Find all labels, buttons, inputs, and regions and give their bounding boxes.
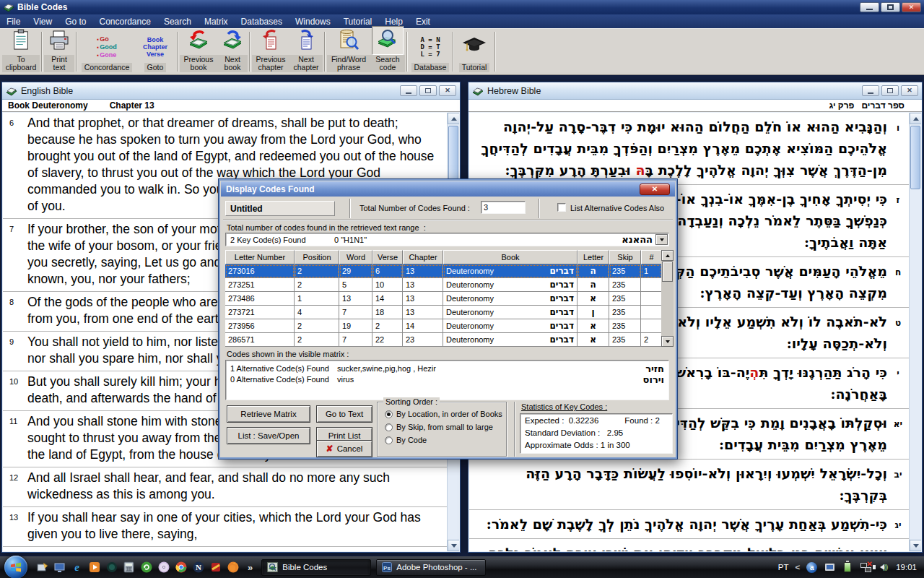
english-bible-titlebar[interactable]: English Bible ✕	[2, 82, 460, 100]
col-number[interactable]: #	[641, 250, 661, 264]
minimize-button[interactable]	[862, 85, 879, 96]
menu-search[interactable]: Search	[157, 17, 198, 27]
close-button[interactable]: ✕	[901, 85, 918, 96]
close-button[interactable]: ✕	[439, 85, 456, 96]
download-manager-icon[interactable]	[209, 561, 222, 574]
total-codes-label: Total Number of Codes Found :	[359, 204, 470, 212]
app-titlebar[interactable]: Bible Codes ✕	[0, 0, 924, 14]
menu-exit[interactable]: Exit	[409, 17, 437, 27]
menu-matrix[interactable]: Matrix	[198, 17, 235, 27]
taskbar-button-photoshop[interactable]: Ps Adobe Photoshop - ...	[376, 559, 486, 576]
menu-concordance[interactable]: Concordance	[93, 17, 157, 27]
menu-databases[interactable]: Databases	[235, 17, 289, 27]
app-minimize-button[interactable]	[860, 2, 879, 12]
col-letter[interactable]: Letter	[578, 250, 609, 264]
chrome-icon[interactable]	[175, 561, 187, 574]
volume-icon[interactable]: )))	[878, 562, 889, 572]
col-word[interactable]: Word	[339, 250, 372, 264]
media-player-icon[interactable]	[88, 561, 100, 574]
print-text-button[interactable]: Print text	[44, 29, 74, 74]
to-clipboard-button[interactable]: To clipboard	[2, 29, 40, 74]
switch-windows-icon[interactable]	[53, 561, 66, 574]
go-to-text-button[interactable]: Go to Text	[316, 405, 372, 423]
radio-by-skip[interactable]: By Skip, from small to large	[385, 423, 493, 431]
radio-by-code[interactable]: By Code	[385, 436, 427, 444]
language-indicator[interactable]: PT	[778, 563, 789, 571]
goto-button[interactable]: Book Chapter Verse Goto	[135, 29, 175, 74]
dialog-close-button[interactable]: ✕	[640, 184, 670, 195]
previous-chapter-button[interactable]: Previous chapter	[252, 29, 289, 74]
col-chapter[interactable]: Chapter	[403, 250, 443, 264]
codes-found-combobox[interactable]: 2 Key Code(s) Found 0 "H1N1" ההאנא	[225, 233, 669, 246]
col-verse[interactable]: Verse	[372, 250, 403, 264]
tutorial-button[interactable]: Tutorial	[456, 29, 493, 74]
scroll-up-button[interactable]	[448, 113, 459, 124]
scroll-down-button[interactable]	[448, 540, 459, 551]
internet-explorer-icon[interactable]: e	[71, 561, 83, 574]
table-row[interactable]: 286571272223 Deuteronomyדברים א2352	[225, 333, 674, 347]
tray-expand-chevron[interactable]: <	[796, 563, 801, 571]
close-icon: ✕	[652, 185, 658, 193]
scroll-down-button[interactable]	[910, 540, 921, 551]
blue-a-icon[interactable]: a	[806, 562, 817, 573]
netscape-icon[interactable]: N	[192, 561, 204, 574]
restore-button[interactable]	[419, 85, 437, 96]
next-book-button[interactable]: Next book	[217, 29, 248, 74]
minimize-button[interactable]	[400, 85, 417, 96]
table-header-row: Letter Number Position Word Verse Chapte…	[225, 250, 674, 264]
search-code-button[interactable]: Search code	[370, 29, 405, 74]
hebrew-scrollbar[interactable]	[909, 113, 921, 551]
update-icon[interactable]	[140, 561, 152, 574]
table-scrollbar[interactable]	[661, 250, 674, 347]
table-row[interactable]: 2734861131413 Deuteronomyדברים א235	[225, 292, 674, 306]
list-save-open-button[interactable]: List : Save/Open	[227, 427, 310, 444]
combobox-dropdown-button[interactable]	[655, 234, 668, 245]
table-row[interactable]: 273956219214 Deuteronomyדברים א235	[225, 319, 674, 333]
clock[interactable]: 19:01	[896, 563, 917, 571]
retrieve-matrix-button[interactable]: Retrieve Matrix	[227, 405, 310, 423]
battery-icon[interactable]	[842, 562, 853, 572]
taskbar-button-bible-codes[interactable]: Bible Codes	[261, 559, 371, 576]
find-word-phrase-button[interactable]: Find/Word phrase	[327, 29, 370, 74]
show-desktop-icon[interactable]	[36, 561, 48, 574]
dialog-titlebar[interactable]: Display Codes Found ✕	[221, 181, 675, 197]
col-book[interactable]: Book	[443, 250, 578, 264]
previous-book-button[interactable]: Previous book	[180, 29, 217, 74]
calculator-icon[interactable]	[123, 561, 135, 574]
menu-view[interactable]: View	[27, 17, 58, 27]
list-alternative-checkbox[interactable]	[557, 203, 566, 212]
scroll-thumb[interactable]	[662, 262, 673, 282]
menu-goto[interactable]: Go to	[58, 17, 92, 27]
menu-windows[interactable]: Windows	[289, 17, 337, 27]
scroll-up-button[interactable]	[910, 113, 921, 124]
scroll-down-button[interactable]	[661, 336, 674, 347]
start-button[interactable]	[4, 556, 27, 578]
col-position[interactable]: Position	[295, 250, 339, 264]
table-row[interactable]: 273251251013 Deuteronomyדברים ה235	[225, 278, 674, 292]
col-skip[interactable]: Skip	[609, 250, 641, 264]
menu-tutorial[interactable]: Tutorial	[337, 17, 379, 27]
scroll-up-button[interactable]	[661, 250, 674, 261]
scroll-thumb[interactable]	[910, 126, 920, 189]
next-chapter-button[interactable]: Next chapter	[289, 29, 323, 74]
restore-button[interactable]	[881, 85, 899, 96]
menu-file[interactable]: File	[0, 17, 27, 27]
hebrew-bible-titlebar[interactable]: Hebrew Bible ✕	[468, 82, 922, 100]
total-codes-input[interactable]	[481, 201, 526, 214]
network-error-icon[interactable]: ✕	[860, 562, 871, 572]
app-maximize-button[interactable]	[881, 2, 900, 12]
display-icon[interactable]	[824, 562, 835, 572]
table-row[interactable]: 273721471813 Deuteronomyדברים ן235	[225, 306, 674, 319]
database-button[interactable]: A = N D = T L = 7 Database	[409, 29, 451, 74]
disc-icon[interactable]	[157, 561, 170, 574]
concordance-button[interactable]: Go Good Gone Concordance	[79, 29, 135, 74]
radio-by-location[interactable]: By Location, in order of Books	[385, 410, 502, 418]
dark-app-icon[interactable]	[105, 561, 118, 574]
firefox-icon[interactable]	[227, 561, 239, 574]
menu-help[interactable]: Help	[378, 17, 409, 27]
quick-launch-overflow-chevron[interactable]: »	[248, 562, 253, 573]
col-letter-number[interactable]: Letter Number	[225, 250, 295, 264]
table-row[interactable]: 273016229613 Deuteronomyדברים ה2351	[225, 264, 674, 278]
cancel-button[interactable]: ✘Cancel	[316, 440, 372, 457]
app-close-button[interactable]: ✕	[902, 2, 921, 12]
